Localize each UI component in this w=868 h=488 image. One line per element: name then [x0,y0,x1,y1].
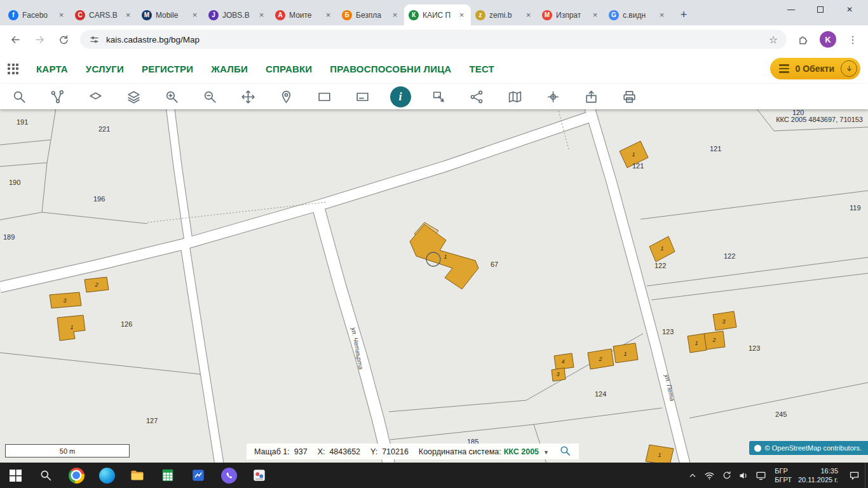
map-status-bar: Мащаб 1: 937 X: 4843652 Y: 710216 Коорди… [247,444,579,459]
back-button[interactable] [8,32,23,47]
bookmark-star-icon[interactable]: ☆ [769,34,778,46]
taskbar-calc-button[interactable] [153,463,183,488]
taskbar-apps [0,463,275,488]
tray-monitor-button[interactable] [752,463,770,488]
kais-favicon: К [409,10,419,20]
taskbar-edge-button[interactable] [92,463,122,488]
map-container: 1912211901961891261276712112111912212212… [0,109,868,463]
tool-location-pin[interactable] [267,84,305,109]
taskbar-clock[interactable]: БГР БГРТ 16:35 20.11.2025 г. [770,463,843,488]
tool-rect-select[interactable] [305,84,343,109]
forward-button[interactable] [32,32,47,47]
nav-item-6[interactable]: ПРАВОСПОСОБНИ ЛИЦА [330,64,451,74]
tab-close-icon[interactable]: × [524,10,533,20]
tray-volume-button[interactable] [735,463,752,488]
browser-tab-mobile[interactable]: MMobile× [137,4,204,25]
tab-close-icon[interactable]: × [123,10,133,20]
parcel-label: 189 [3,233,15,241]
omnibox[interactable]: kais.cadastre.bg/bg/Map ☆ [80,30,787,49]
nav-item-3[interactable]: РЕГИСТРИ [142,64,193,74]
new-tab-button[interactable]: + [675,6,693,24]
tool-layer[interactable] [76,84,114,109]
tool-zoom-out[interactable] [191,84,229,109]
cadastre-map-canvas[interactable]: 1912211901961891261276712112111912212212… [0,109,868,463]
blue-app-icon [191,468,205,482]
browser-tab-bezplatno[interactable]: ББезпла× [337,4,404,25]
nav-item-5[interactable]: СПРАВКИ [266,64,312,74]
viber-icon [221,468,237,484]
tray-wifi-button[interactable] [701,463,718,488]
tab-close-icon[interactable]: × [190,10,200,20]
tool-print[interactable] [610,84,648,109]
objects-menu-icon [779,64,789,72]
coordinates-search-button[interactable] [559,445,571,459]
taskbar-search-button[interactable] [31,463,61,488]
close-button[interactable]: ✕ [835,0,864,19]
taskbar-viber-button[interactable] [214,463,244,488]
taskbar-file-explorer-button[interactable] [122,463,153,488]
browser-tab-cars[interactable]: CCARS.B× [71,4,137,25]
browser-tab-gmail[interactable]: MИзпрат× [538,4,604,25]
tray-sync-button[interactable] [718,463,735,488]
tab-close-icon[interactable]: × [323,10,333,20]
taskbar-start-button[interactable] [0,463,31,488]
parcel-label: 123 [662,328,674,336]
nav-item-4[interactable]: ЖАЛБИ [211,64,248,74]
taskbar-presentation-button[interactable] [183,463,214,488]
browser-tab-alo[interactable]: AМоите× [271,4,337,25]
reload-button[interactable] [56,32,71,47]
objects-label: 0 Обекти [796,64,834,74]
browser-tab-zemi[interactable]: zzemi.b× [471,4,538,25]
zemi-favicon: z [475,10,485,20]
tabs-container: fFacebo×CCARS.B×MMobile×JJOBS.B×AМоите×Б… [4,4,671,25]
chevron-down-icon: ▼ [543,449,549,456]
tool-search[interactable] [0,84,38,109]
tool-info[interactable]: i [381,84,419,109]
tool-share-nodes[interactable] [458,84,496,109]
browser-tab-jobs[interactable]: JJOBS.B× [204,4,271,25]
maximize-button[interactable] [806,0,835,19]
tool-export[interactable] [572,84,610,109]
objects-download-icon[interactable] [841,60,857,77]
action-center-button[interactable] [843,463,865,488]
parcel-label: 124 [595,390,606,398]
tab-close-icon[interactable]: × [457,10,466,20]
osm-attribution[interactable]: © OpenStreetMap contributors. [749,441,868,455]
profile-avatar[interactable]: K [820,31,836,48]
extensions-button[interactable] [796,32,811,47]
building-number-label: 1 [623,351,627,357]
tool-select-arrow[interactable] [419,84,458,109]
export-icon [583,89,599,105]
tool-map-fold[interactable] [496,84,534,109]
taskbar-paint-button[interactable] [244,463,275,488]
browser-tab-facebook[interactable]: fFacebo× [4,4,71,25]
taskbar-chrome-button[interactable] [61,463,92,488]
nav-item-2[interactable]: УСЛУГИ [86,64,124,74]
browser-menu-button[interactable]: ⋮ [845,34,860,46]
browser-tab-kais[interactable]: ККАИС П× [404,4,471,25]
tool-zoom-in[interactable] [153,84,191,109]
tool-snap[interactable] [534,84,572,109]
nav-item-1[interactable]: КАРТА [36,64,68,74]
tab-close-icon[interactable]: × [57,10,66,20]
tab-title: Моите [289,11,320,20]
browser-tab-google[interactable]: Gс.видн× [604,4,671,25]
nav-item-7[interactable]: ТЕСТ [469,64,494,74]
show-desktop-button[interactable] [865,463,868,488]
tool-topology[interactable] [38,84,76,109]
tab-close-icon[interactable]: × [390,10,400,20]
apps-grid-icon[interactable] [8,64,18,74]
tool-layers[interactable] [114,84,153,109]
tab-close-icon[interactable]: × [590,10,600,20]
tab-title: zemi.b [489,11,520,20]
tray-chevron-up-button[interactable] [684,463,701,488]
crs-dropdown[interactable]: Координатна система:ККС 2005▼ [419,447,549,456]
tool-pan[interactable] [229,84,267,109]
tab-close-icon[interactable]: × [657,10,667,20]
language-indicator[interactable]: БГР БГРТ [775,466,792,484]
tool-rect-measure[interactable] [343,84,381,109]
tab-title: Mobile [156,11,186,20]
tab-close-icon[interactable]: × [257,10,266,20]
objects-button[interactable]: 0 Обекти [770,58,860,79]
minimize-button[interactable]: — [776,0,806,19]
